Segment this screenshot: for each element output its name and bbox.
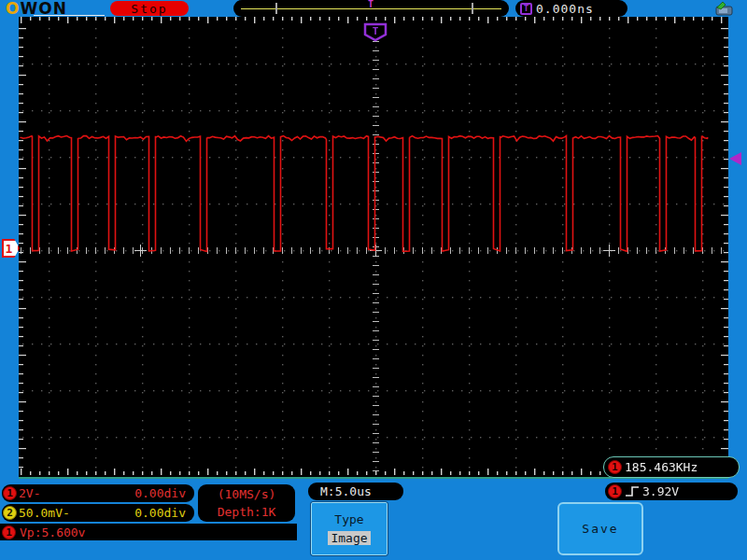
vp-measurement: Vp:5.600v [20, 525, 85, 539]
trigger-position-t-icon: T [368, 0, 374, 9]
trigger-t-icon: T [520, 3, 532, 15]
measurement-bar: 1 Vp:5.600v [0, 524, 297, 540]
ch2-offset: 0.00div [134, 506, 186, 520]
ch1-badge: 1 [608, 484, 622, 498]
type-label: Type [334, 512, 363, 526]
ch2-status-pill: 2 50.0mV- 0.00div [2, 504, 194, 522]
ch2-scale: 50.0mV- [19, 506, 70, 520]
save-button[interactable]: Save [557, 502, 643, 555]
trigger-level-arrow-icon[interactable] [729, 152, 741, 165]
oscilloscope-screen: OWON Stop T T 0.000ns 1 1 185.463KHz 1 2… [0, 0, 747, 560]
type-selected-value: Image [328, 531, 370, 545]
logo-letter-o: O [6, 0, 20, 18]
ch1-marker-label: 1 [6, 242, 13, 256]
frequency-value: 185.463KHz [625, 460, 698, 474]
sample-rate: (10MS/s) [218, 485, 276, 503]
trigger-time-value: 0.000ns [536, 2, 594, 16]
memory-depth: Depth:1K [218, 503, 276, 521]
frequency-counter: 1 185.463KHz [603, 456, 740, 478]
timebase-pill: M:5.0us [308, 483, 403, 500]
window-right-bracket [472, 3, 473, 14]
ch1-badge: 1 [3, 486, 17, 500]
rising-edge-icon [625, 485, 640, 497]
trigger-level-value: 3.92V [642, 484, 679, 498]
ch1-offset: 0.00div [134, 486, 186, 500]
ch1-zero-position-marker[interactable]: 1 [2, 239, 20, 258]
window-left-bracket [275, 3, 277, 14]
logo-underline [34, 15, 105, 16]
trigger-status-pill: 1 3.92V [605, 483, 738, 500]
ch1-badge: 1 [608, 460, 622, 474]
memory-position-ruler: T [233, 0, 509, 17]
ch1-badge: 1 [2, 525, 16, 539]
timebase-value: M:5.0us [320, 484, 372, 498]
usb-save-icon [713, 2, 736, 16]
ch1-status-pill: 1 2V- 0.00div [2, 484, 194, 502]
ch2-badge: 2 [3, 506, 17, 520]
ch1-scale: 2V- [19, 486, 40, 500]
type-menu-button[interactable]: Type Image [311, 502, 388, 555]
trigger-time-readout: T 0.000ns [515, 0, 627, 17]
run-state-badge: Stop [110, 1, 189, 16]
waveform-canvas [19, 17, 728, 477]
acquire-status-pill: (10MS/s) Depth:1K [198, 484, 295, 522]
run-state-label: Stop [131, 2, 167, 16]
save-label: Save [582, 522, 618, 536]
waveform-display-area [19, 17, 728, 479]
